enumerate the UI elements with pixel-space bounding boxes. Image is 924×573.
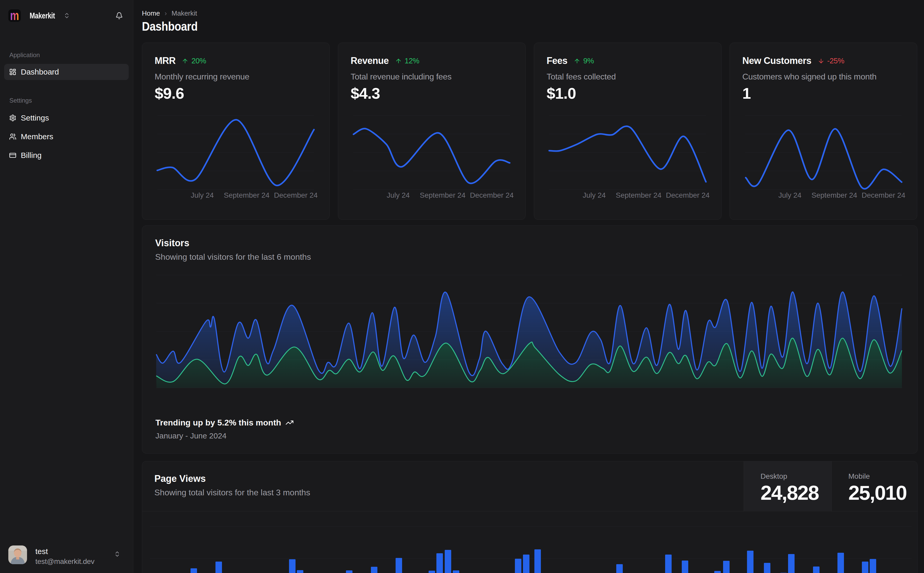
svg-text:July 24: July 24 [387, 191, 410, 199]
svg-text:September 24: September 24 [224, 191, 270, 199]
svg-text:September 24: September 24 [811, 191, 857, 199]
svg-text:December 24: December 24 [274, 191, 318, 199]
svg-text:December 24: December 24 [470, 191, 514, 199]
svg-text:July 24: July 24 [191, 191, 214, 199]
svg-text:December 24: December 24 [666, 191, 709, 199]
svg-text:July 24: July 24 [583, 191, 606, 199]
svg-text:December 24: December 24 [861, 191, 905, 199]
svg-text:September 24: September 24 [616, 191, 662, 199]
svg-text:September 24: September 24 [420, 191, 466, 199]
svg-text:July 24: July 24 [778, 191, 802, 199]
